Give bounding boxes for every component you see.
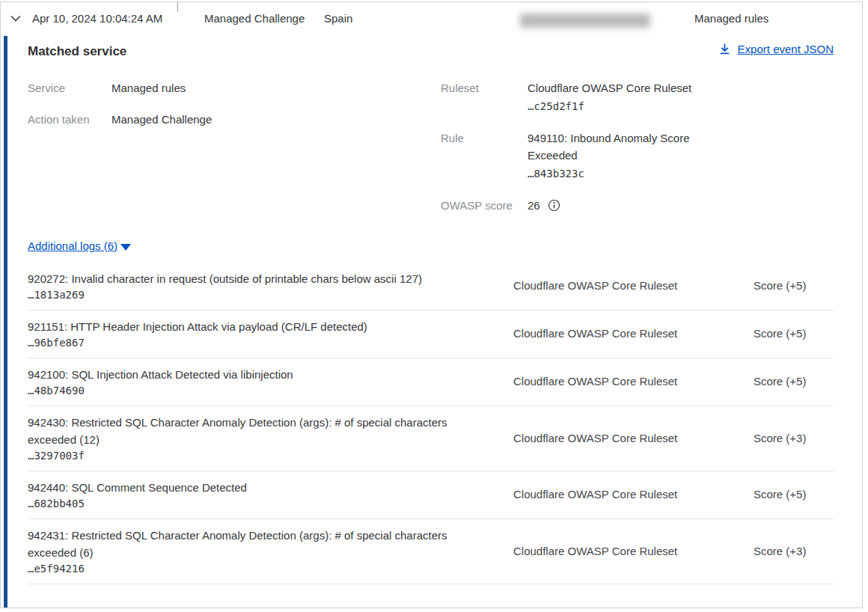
log-description: 942430: Restricted SQL Character Anomaly…	[28, 414, 474, 448]
event-header-row[interactable]: Apr 10, 2024 10:04:24 AM Managed Challen…	[1, 2, 862, 35]
log-score: Score (+5)	[754, 327, 834, 340]
action-taken-field: Action taken Managed Challenge	[28, 111, 441, 128]
log-description: 942100: SQL Injection Attack Detected vi…	[28, 366, 474, 383]
matched-service-fields: Service Managed rules Action taken Manag…	[28, 79, 834, 228]
log-row: 942430: Restricted SQL Character Anomaly…	[28, 406, 834, 471]
log-rule-id: …1813a269	[28, 289, 513, 301]
log-row: 942431: Restricted SQL Character Anomaly…	[28, 519, 834, 584]
additional-logs-toggle[interactable]: Additional logs (6)	[28, 239, 131, 252]
rule-field: Rule 949110: Inbound Anomaly Score Excee…	[441, 129, 834, 183]
log-row: 942440: SQL Comment Sequence Detected …6…	[28, 471, 834, 519]
log-description: 921151: HTTP Header Injection Attack via…	[28, 318, 474, 335]
log-row: 921151: HTTP Header Injection Attack via…	[28, 310, 834, 358]
log-rule-id: …48b74690	[28, 385, 513, 397]
log-description: 920272: Invalid character in request (ou…	[28, 270, 474, 287]
log-score: Score (+5)	[754, 375, 834, 388]
additional-logs-table: 920272: Invalid character in request (ou…	[28, 263, 834, 584]
info-icon[interactable]	[548, 199, 560, 212]
log-ruleset: Cloudflare OWASP Core Ruleset	[513, 375, 754, 388]
action-taken-value: Managed Challenge	[111, 111, 212, 128]
ruleset-field: Ruleset Cloudflare OWASP Core Ruleset …c…	[441, 79, 834, 115]
additional-logs-label: Additional logs (6)	[28, 239, 117, 252]
log-ruleset: Cloudflare OWASP Core Ruleset	[513, 488, 754, 501]
log-ruleset: Cloudflare OWASP Core Ruleset	[513, 327, 754, 340]
event-timestamp: Apr 10, 2024 10:04:24 AM	[32, 12, 162, 25]
owasp-score-field: OWASP score 26	[441, 197, 834, 214]
rule-id: …843b323c	[528, 165, 707, 183]
event-action: Managed Challenge	[204, 12, 305, 25]
matched-service-title: Matched service	[28, 44, 126, 59]
event-service: Managed rules	[694, 12, 768, 25]
log-score: Score (+3)	[754, 545, 834, 557]
log-ruleset: Cloudflare OWASP Core Ruleset	[513, 545, 754, 557]
log-ruleset: Cloudflare OWASP Core Ruleset	[513, 432, 754, 444]
action-taken-label: Action taken	[28, 111, 111, 128]
service-value: Managed rules	[111, 79, 186, 97]
log-description: 942440: SQL Comment Sequence Detected	[28, 479, 474, 496]
collapse-chevron-icon[interactable]	[9, 13, 22, 26]
log-rule-id: …682bb405	[28, 498, 513, 510]
log-description: 942431: Restricted SQL Character Anomaly…	[28, 527, 474, 561]
owasp-score-value: 26	[528, 197, 540, 214]
rule-value: 949110: Inbound Anomaly Score Exceeded	[528, 129, 707, 164]
service-label: Service	[28, 79, 111, 97]
export-event-json-label: Export event JSON	[738, 43, 834, 55]
ruleset-label: Ruleset	[441, 79, 528, 115]
event-detail-panel: Matched service Export event JSON Servic…	[1, 36, 862, 608]
rule-label: Rule	[441, 129, 528, 183]
log-ruleset: Cloudflare OWASP Core Ruleset	[513, 279, 754, 292]
log-rule-id: …e5f94216	[28, 563, 513, 575]
redacted-host-blur	[520, 13, 650, 28]
log-row: 942100: SQL Injection Attack Detected vi…	[28, 358, 834, 406]
service-field: Service Managed rules	[28, 79, 441, 97]
download-icon	[718, 43, 731, 55]
event-country: Spain	[324, 12, 352, 25]
caret-down-icon	[120, 244, 131, 251]
expanded-accent-bar	[4, 36, 7, 608]
log-rule-id: …3297003f	[28, 450, 513, 462]
event-row-container: Apr 10, 2024 10:04:24 AM Managed Challen…	[0, 1, 863, 608]
log-score: Score (+5)	[754, 488, 834, 501]
ruleset-id: …c25d2f1f	[528, 98, 691, 115]
chevron-down-icon	[10, 13, 22, 25]
ruleset-value: Cloudflare OWASP Core Ruleset	[528, 79, 691, 97]
column-divider-tick	[177, 2, 178, 12]
export-event-json-link[interactable]: Export event JSON	[718, 43, 834, 55]
log-row: 920272: Invalid character in request (ou…	[28, 263, 834, 310]
log-score: Score (+5)	[754, 279, 834, 292]
log-score: Score (+3)	[754, 432, 834, 444]
owasp-score-label: OWASP score	[441, 197, 528, 214]
log-rule-id: …96bfe867	[28, 337, 513, 349]
